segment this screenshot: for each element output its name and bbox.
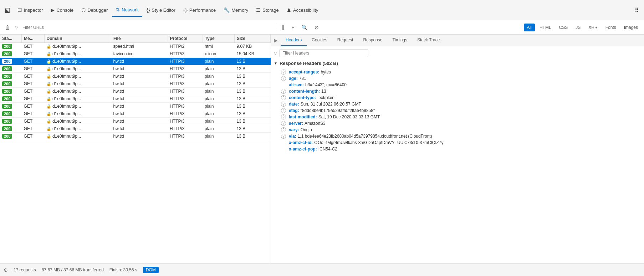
header-row: ?via: 1.1 bde4ee64e23fb2680ab04d5a739798… (274, 133, 641, 139)
filter-fonts-button[interactable]: Fonts (602, 24, 619, 31)
tab-request[interactable]: Request (332, 35, 358, 46)
tab-headers[interactable]: Headers (281, 35, 307, 46)
cell-file: hw.txt (111, 58, 168, 65)
debugger-icon: ⬡ (81, 7, 86, 13)
header-name: accept-ranges: (289, 70, 319, 75)
cell-method: GET (22, 103, 44, 110)
header-name: age: (289, 76, 298, 81)
table-row[interactable]: 200GET🔒 d1e0fmnut9p...hw.txtHTTP/3plain1… (0, 58, 271, 65)
col-header-status[interactable]: Sta... (0, 35, 22, 43)
header-help-icon[interactable]: ? (281, 70, 286, 75)
header-name: x-amz-cf-id: (289, 140, 313, 145)
tab-response[interactable]: Response (358, 35, 387, 46)
cell-file: hw.txt (111, 110, 168, 118)
col-header-file[interactable]: File (111, 35, 168, 43)
header-help-icon[interactable]: ? (281, 89, 286, 94)
cell-type: plain (203, 133, 234, 140)
response-headers-section[interactable]: ▼ Response Headers (502 B) (274, 61, 641, 66)
table-row[interactable]: 200GET🔒 d1e0fmnut9p...hw.txtHTTP/3plain1… (0, 118, 271, 125)
clear-button[interactable]: 🗑 (3, 23, 12, 32)
col-header-type[interactable]: Type (203, 35, 234, 43)
table-row[interactable]: 200GET🔒 d1e0fmnut9p...favicon.icoHTTP/3x… (0, 50, 271, 58)
tab-cookies[interactable]: Cookies (307, 35, 332, 46)
header-name: alt-svc: (289, 82, 304, 87)
nav-inspector[interactable]: ☐ Inspector (14, 3, 46, 17)
table-row[interactable]: 200GET🔒 d1e0fmnut9p...hw.txtHTTP/3plain1… (0, 88, 271, 95)
cell-size: 13 B (235, 88, 271, 95)
cell-type: plain (203, 65, 234, 73)
cell-file: hw.txt (111, 103, 168, 110)
cell-size: 13 B (235, 103, 271, 110)
nav-accessibility-label: Accessibility (293, 7, 318, 13)
header-name: content-type: (289, 95, 316, 100)
header-help-icon[interactable]: ? (281, 134, 286, 139)
nav-debugger-label: Debugger (87, 7, 108, 13)
block-button[interactable]: ⊘ (312, 23, 321, 32)
cell-size: 13 B (235, 95, 271, 103)
nav-memory[interactable]: 🔧 Memory (220, 3, 252, 17)
cell-size: 9.07 KB (235, 43, 271, 50)
table-row[interactable]: 200GET🔒 d1e0fmnut9p...hw.txtHTTP/3plain1… (0, 103, 271, 110)
header-name: content-length: (289, 89, 320, 94)
table-row[interactable]: 200GET🔒 d1e0fmnut9p...hw.txtHTTP/3plain1… (0, 65, 271, 73)
table-row[interactable]: 200GET🔒 d1e0fmnut9p...hw.txtHTTP/3plain1… (0, 73, 271, 80)
cell-size: 13 B (235, 73, 271, 80)
filter-urls-input[interactable] (21, 24, 271, 31)
header-help-icon[interactable]: ? (281, 121, 286, 126)
cell-size: 13 B (235, 133, 271, 140)
filter-css-button[interactable]: CSS (556, 24, 571, 31)
header-row: ?content-length: 13 (274, 88, 641, 94)
cell-domain: 🔒 d1e0fmnut9p... (44, 65, 111, 73)
pause-button[interactable]: || (280, 23, 286, 32)
nav-style-editor[interactable]: {} Style Editor (143, 3, 179, 17)
nav-accessibility[interactable]: ♟ Accessibility (283, 3, 322, 17)
add-button[interactable]: + (289, 23, 296, 32)
table-row[interactable]: 200GET🔒 d1e0fmnut9p...hw.txtHTTP/3plain1… (0, 80, 271, 88)
nav-more[interactable]: ⠿ (631, 3, 643, 17)
header-name: x-amz-cf-pop: (289, 147, 317, 152)
nav-storage[interactable]: ☰ Storage (252, 3, 282, 17)
nav-picker[interactable]: ⬕ (1, 3, 13, 17)
filter-images-button[interactable]: Images (621, 24, 641, 31)
filter-headers-input[interactable] (279, 49, 368, 57)
header-help-icon[interactable]: ? (281, 95, 286, 100)
table-row[interactable]: 200GET🔒 d1e0fmnut9p...hw.txtHTTP/3plain1… (0, 95, 271, 103)
filter-html-button[interactable]: HTML (536, 24, 554, 31)
nav-performance[interactable]: ◎ Performance (180, 3, 219, 17)
cell-method: GET (22, 110, 44, 118)
col-header-method[interactable]: Me... (22, 35, 44, 43)
table-row[interactable]: 200GET🔒 d1e0fmnut9p...speed.htmlHTTP/2ht… (0, 43, 271, 50)
col-header-domain[interactable]: Domain (44, 35, 111, 43)
nav-console[interactable]: ▶ Console (47, 3, 77, 17)
col-header-size[interactable]: Size (235, 35, 271, 43)
cell-size: 13 B (235, 65, 271, 73)
panel-play-icon[interactable]: ▶ (274, 35, 281, 46)
tab-timings[interactable]: Timings (387, 35, 412, 46)
header-help-icon[interactable]: ? (281, 102, 286, 107)
table-row[interactable]: 200GET🔒 d1e0fmnut9p...hw.txtHTTP/3plain1… (0, 110, 271, 118)
nav-debugger[interactable]: ⬡ Debugger (78, 3, 111, 17)
nav-network[interactable]: ⇅ Network (112, 3, 142, 17)
col-header-protocol[interactable]: Protocol (168, 35, 203, 43)
header-help-icon[interactable]: ? (281, 76, 286, 81)
table-row[interactable]: 200GET🔒 d1e0fmnut9p...hw.txtHTTP/3plain1… (0, 133, 271, 140)
filter-xhr-button[interactable]: XHR (585, 24, 600, 31)
header-value: 1.1 bde4ee64e23fb2680ab04d5a73979854.clo… (298, 134, 432, 139)
filter-all-button[interactable]: All (524, 24, 535, 31)
header-help-icon[interactable]: ? (281, 108, 286, 113)
search-button[interactable]: 🔍 (299, 23, 310, 32)
cell-protocol: HTTP/3 (168, 65, 203, 73)
header-help-icon[interactable]: ? (281, 127, 286, 132)
filter-js-button[interactable]: JS (572, 24, 584, 31)
dom-button[interactable]: DOM (143, 267, 159, 273)
cell-method: GET (22, 65, 44, 73)
cell-file: hw.txt (111, 95, 168, 103)
cell-domain: 🔒 d1e0fmnut9p... (44, 118, 111, 125)
cell-type: plain (203, 110, 234, 118)
tab-stack-trace[interactable]: Stack Trace (412, 35, 445, 46)
headers-panel: ▽ ▼ Response Headers (502 B) ?accept-ran… (271, 46, 644, 263)
header-help-icon[interactable]: ? (281, 114, 286, 119)
table-row[interactable]: 200GET🔒 d1e0fmnut9p...hw.txtHTTP/3plain1… (0, 125, 271, 133)
header-value: "8ddd8be4b179a529afa5f2ffae4b9858" (301, 108, 375, 113)
requests-count: 17 requests (14, 267, 36, 272)
